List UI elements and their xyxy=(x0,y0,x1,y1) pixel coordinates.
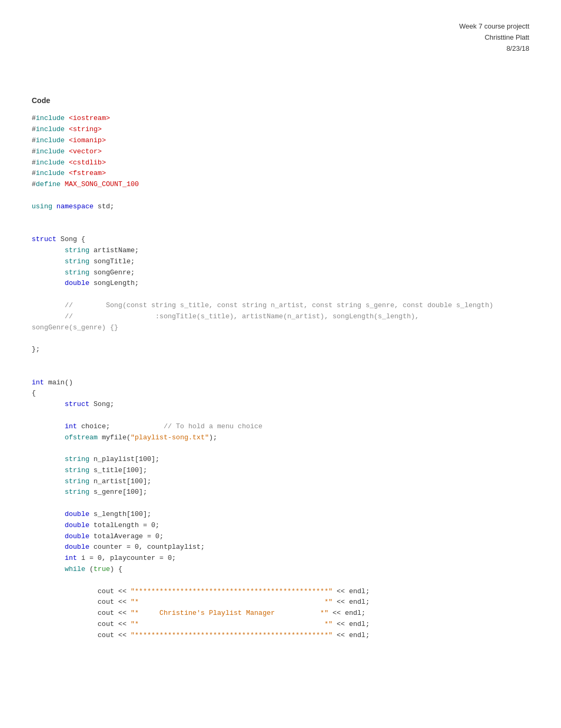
header-line2: Christtine Platt xyxy=(32,32,529,43)
code-block: #include <iostream> #include <string> #i… xyxy=(32,113,529,641)
header-line3: 8/23/18 xyxy=(32,43,529,54)
section-title: Code xyxy=(32,96,529,105)
header-line1: Week 7 course projectt xyxy=(32,21,529,32)
header-block: Week 7 course projectt Christtine Platt … xyxy=(32,21,529,54)
